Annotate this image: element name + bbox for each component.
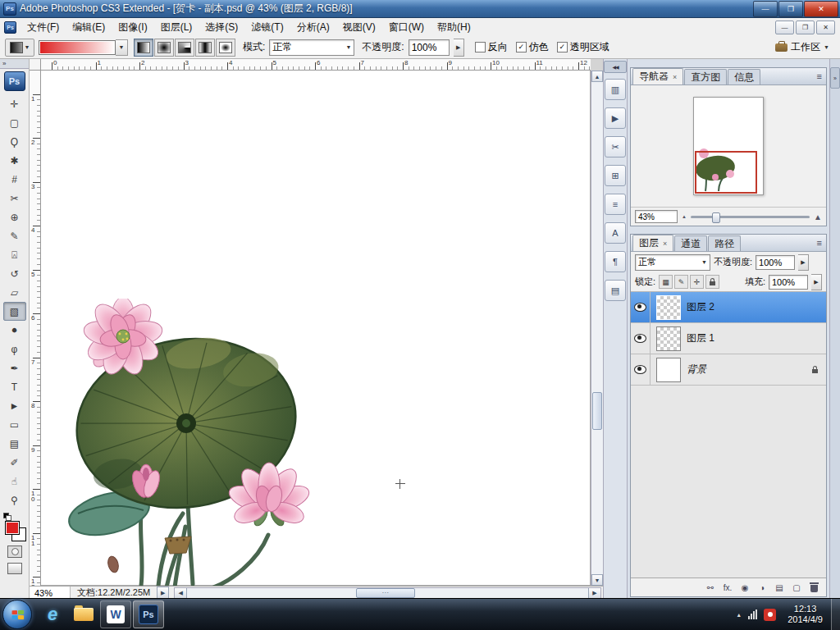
show-desktop-button[interactable] [831, 599, 840, 630]
menu-analysis[interactable]: 分析(A) [290, 18, 336, 36]
layer-visibility-toggle[interactable] [631, 323, 651, 354]
canvas[interactable] [41, 71, 591, 586]
tab-close-icon[interactable]: × [663, 240, 667, 248]
tool-lasso[interactable]: Ϙ [3, 132, 26, 151]
lock-transparency-icon[interactable]: ▦ [659, 275, 673, 289]
reverse-checkbox[interactable] [475, 42, 486, 52]
default-colors-icon[interactable] [3, 513, 11, 521]
menu-image[interactable]: 图像(I) [112, 18, 153, 36]
delete-layer-icon[interactable] [809, 582, 819, 592]
tool-magic-wand[interactable]: ✱ [3, 151, 26, 170]
layers-tab-paths[interactable]: 路径 [708, 235, 741, 251]
scroll-up-icon[interactable]: ▲ [591, 71, 603, 82]
gradient-dropdown-button[interactable]: ▼ [116, 39, 128, 56]
transparency-checkbox[interactable]: ✓ [557, 42, 568, 52]
opacity-field[interactable]: 100% [409, 39, 450, 56]
start-button[interactable] [2, 600, 32, 629]
tool-presets-icon[interactable]: ✂ [605, 136, 626, 158]
tool-shape[interactable]: ▭ [3, 415, 26, 434]
blend-mode-select[interactable]: 正常▼ [269, 39, 354, 56]
layer-row[interactable]: 图层 1 [631, 323, 826, 354]
horizontal-scrollbar[interactable]: ◀ ⋯ ▶ [174, 587, 601, 599]
navigator-tab-navigator[interactable]: 导航器× [632, 68, 683, 84]
layer-blend-mode-select[interactable]: 正常▼ [635, 254, 710, 271]
adjustment-layer-icon[interactable]: ◑ [757, 583, 767, 592]
tool-healing-brush[interactable]: ⊕ [3, 208, 26, 226]
tool-path-selection[interactable]: ► [3, 396, 26, 415]
taskbar-internet-explorer[interactable]: e [38, 601, 67, 628]
layer-mask-icon[interactable]: ◉ [740, 583, 750, 592]
link-layers-icon[interactable]: ⚯ [705, 583, 715, 592]
menu-file[interactable]: 文件(F) [21, 18, 66, 36]
network-icon[interactable] [748, 609, 757, 619]
navigator-tab-info[interactable]: 信息 [728, 69, 760, 84]
layer-group-icon[interactable]: ▤ [774, 583, 784, 592]
expand-dock-button[interactable]: ◀◀ [604, 61, 627, 73]
scroll-right-icon[interactable]: ▶ [588, 588, 600, 598]
vertical-scrollbar[interactable]: ▲ ▼ [591, 71, 603, 586]
tool-gradient[interactable]: ▧ [3, 302, 26, 321]
layer-thumbnail[interactable] [656, 326, 681, 351]
foreground-color-swatch[interactable] [5, 521, 20, 535]
scroll-down-icon[interactable]: ▼ [591, 574, 603, 586]
zoom-slider-thumb[interactable] [712, 212, 720, 223]
panel-menu-icon[interactable]: ≡ [817, 238, 822, 248]
angle-gradient-button[interactable] [175, 39, 194, 57]
diamond-gradient-button[interactable] [216, 39, 235, 57]
paragraph-icon[interactable]: ¶ [605, 251, 626, 272]
tool-dodge[interactable]: φ [3, 340, 26, 358]
gradient-preview[interactable] [39, 40, 116, 55]
layer-thumbnail[interactable] [656, 295, 681, 320]
menu-filter[interactable]: 滤镜(T) [244, 18, 290, 36]
layer-row[interactable]: 背景 [631, 354, 826, 386]
layer-fill-slider-button[interactable]: ▶ [811, 274, 822, 290]
opacity-slider-button[interactable]: ▶ [454, 39, 464, 57]
workspace-button[interactable]: 工作区 ▼ [769, 38, 835, 57]
screen-mode-button[interactable] [7, 563, 22, 574]
dither-checkbox[interactable]: ✓ [516, 42, 527, 52]
layer-comps-icon[interactable]: ▥ [605, 79, 626, 100]
tool-slice[interactable]: ✂ [3, 189, 26, 208]
toolbar-collapse-button[interactable]: » [0, 59, 29, 69]
actions-icon[interactable]: ▶ [605, 107, 626, 129]
zoom-in-icon[interactable]: ▲ [814, 212, 822, 221]
clone-source-icon[interactable]: ⊞ [605, 165, 626, 186]
reflected-gradient-button[interactable] [195, 39, 215, 57]
tool-clone-stamp[interactable]: ⍓ [3, 245, 26, 264]
taskbar-clock[interactable]: 12:13 2014/4/9 [783, 604, 828, 625]
collapse-panels-button[interactable]: » [830, 67, 840, 89]
tool-eraser[interactable]: ▱ [3, 283, 26, 302]
navigator-zoom-slider[interactable] [691, 216, 810, 218]
menu-select[interactable]: 选择(S) [199, 18, 244, 36]
menu-window[interactable]: 窗口(W) [382, 18, 431, 36]
menu-edit[interactable]: 编辑(E) [66, 18, 112, 36]
navigator-tab-histogram[interactable]: 直方图 [684, 69, 727, 84]
zoom-level-field[interactable]: 43% [30, 587, 71, 599]
menu-layer[interactable]: 图层(L) [154, 18, 199, 36]
option-dither[interactable]: ✓仿色 [516, 40, 549, 54]
layer-row[interactable]: 图层 2 [631, 292, 826, 323]
taskbar-explorer[interactable] [69, 601, 98, 628]
tool-eyedropper[interactable]: ✐ [3, 453, 26, 472]
option-transparency[interactable]: ✓透明区域 [557, 40, 609, 54]
layers-tab-layers[interactable]: 图层× [632, 235, 673, 251]
tool-marquee[interactable]: ▢ [3, 113, 26, 132]
layers-tab-channels[interactable]: 通道 [674, 235, 707, 251]
gradient-picker[interactable]: ▼ [39, 39, 128, 56]
option-reverse[interactable]: 反向 [475, 40, 508, 54]
vertical-scroll-thumb[interactable] [592, 392, 602, 430]
layer-visibility-toggle[interactable] [631, 292, 651, 322]
horizontal-scroll-track[interactable]: ⋯ [187, 588, 588, 598]
tool-pen[interactable]: ✒ [3, 358, 26, 377]
minimize-button[interactable]: — [753, 1, 778, 17]
radial-gradient-button[interactable] [154, 39, 174, 57]
linear-gradient-button[interactable] [134, 39, 153, 57]
layer-visibility-toggle[interactable] [631, 354, 651, 385]
tool-zoom[interactable]: ⚲ [3, 491, 26, 509]
lock-pixels-icon[interactable]: ✎ [674, 275, 688, 289]
zoom-out-icon[interactable]: ▲ [682, 214, 687, 219]
vertical-ruler[interactable]: 1234567891 01 11 2 [30, 71, 41, 586]
document-restore-button[interactable]: ❐ [796, 21, 815, 34]
layer-opacity-field[interactable]: 100% [756, 255, 795, 270]
ruler-origin-corner[interactable] [30, 59, 41, 71]
